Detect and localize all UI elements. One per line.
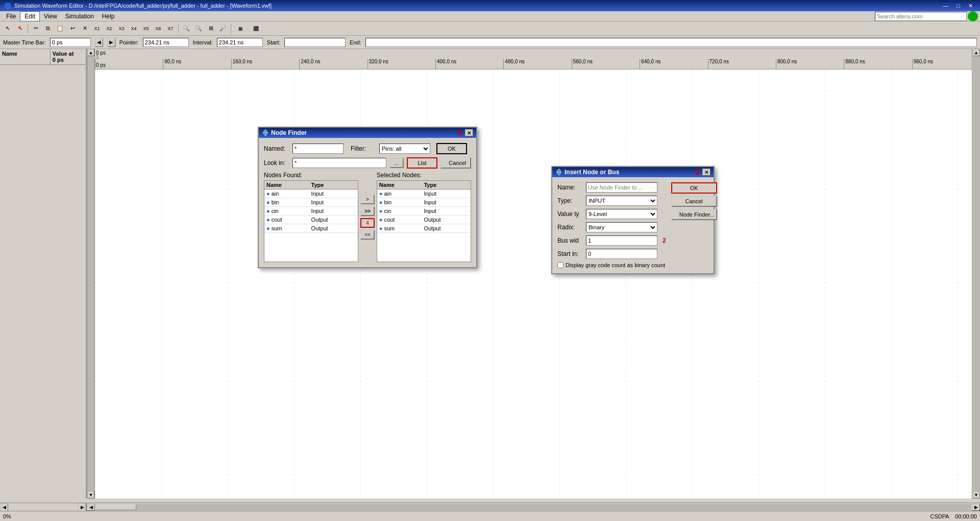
selected-cout-name: ● cout <box>379 217 424 223</box>
menu-simulation[interactable]: Simulation <box>61 12 98 21</box>
name-panel-vscroll[interactable]: ▲ ▼ <box>87 49 95 499</box>
found-row-sum[interactable]: ● sum Output <box>264 224 358 233</box>
menu-file[interactable]: File <box>2 12 20 21</box>
insert-buswid-row: Bus wid 2 <box>557 235 666 246</box>
tool-select[interactable]: ↖ <box>2 23 13 34</box>
found-row-ain[interactable]: ● ain Input <box>264 190 358 198</box>
insert-ok-btn[interactable]: OK <box>671 182 717 194</box>
hscroll-thumb[interactable] <box>95 504 136 510</box>
sel-node-icon-cout: ● <box>379 217 383 223</box>
found-row-cout[interactable]: ● cout Output <box>264 216 358 224</box>
wave-vscroll-track <box>973 56 980 491</box>
time-bar: Master Time Bar: ◀ ▶ Pointer: Interval: … <box>0 36 980 49</box>
named-input[interactable] <box>292 144 344 154</box>
filter-label: Filter: <box>351 145 376 152</box>
end-input[interactable] <box>365 38 977 47</box>
ruler-mark-640: 640,0 ns <box>640 59 707 69</box>
wave-vscroll-down[interactable]: ▼ <box>973 491 980 499</box>
tool-undo[interactable]: ↩ <box>67 23 78 34</box>
tool-x3[interactable]: X3 <box>116 23 127 34</box>
tool-x2[interactable]: X2 <box>104 23 115 34</box>
node-finder-dialog[interactable]: Node Finder 5 ✕ Named: Filter: Pins: all… <box>258 127 477 268</box>
insert-cancel-btn[interactable]: Cancel <box>671 196 717 207</box>
tool-x7[interactable]: X7 <box>165 23 176 34</box>
vscroll-down[interactable]: ▼ <box>87 491 94 499</box>
filter-select[interactable]: Pins: all <box>379 144 430 154</box>
tool-waveform[interactable]: ▦ <box>233 23 248 34</box>
insert-node-finder-btn[interactable]: Node Finder... <box>671 209 717 220</box>
selected-row-cin[interactable]: ● cin Input <box>377 207 471 216</box>
tool-extra[interactable]: ⬛ <box>249 23 263 34</box>
tool-pointer[interactable]: ↖ <box>14 23 26 34</box>
interval-input[interactable] <box>217 38 263 47</box>
wave-vscroll[interactable]: ▲ ▼ <box>972 49 980 499</box>
node-icon-sum: ● <box>266 225 270 231</box>
tool-x1[interactable]: X1 <box>91 23 103 34</box>
master-time-input[interactable] <box>50 38 91 47</box>
toolbar-separator-1 <box>28 24 28 33</box>
menu-help[interactable]: Help <box>98 12 119 21</box>
insert-buswid-input[interactable] <box>586 235 657 246</box>
start-input[interactable] <box>284 38 346 47</box>
h-scrollbar[interactable]: ◀ ▶ ◀ ▶ <box>0 503 980 511</box>
close-window-btn[interactable]: ✕ <box>965 3 976 9</box>
hscroll-main-right[interactable]: ▶ <box>972 504 980 511</box>
tool-x4[interactable]: X4 <box>128 23 139 34</box>
menu-view[interactable]: View <box>40 12 61 21</box>
wave-vscroll-up[interactable]: ▲ <box>973 49 980 56</box>
found-row-bin[interactable]: ● bin Input <box>264 198 358 207</box>
tool-node-finder[interactable]: 🔎 <box>217 23 229 34</box>
transfer-single-btn[interactable]: > <box>360 195 375 204</box>
tool-grid[interactable]: ⊞ <box>205 23 216 34</box>
insert-name-input[interactable] <box>586 182 657 193</box>
sel-node-icon-sum: ● <box>379 225 383 231</box>
lookin-input[interactable] <box>292 158 386 168</box>
found-sum-name: ● sum <box>266 225 311 231</box>
minimize-btn[interactable]: — <box>940 3 951 9</box>
found-cout-type: Output <box>311 217 356 223</box>
selected-ain-name: ● ain <box>379 191 424 197</box>
menu-edit[interactable]: Edit <box>20 11 40 21</box>
found-row-cin[interactable]: ● cin Input <box>264 207 358 216</box>
selected-name-col-header: Name <box>379 182 424 188</box>
tool-zoom-out[interactable]: 🔍 <box>193 23 204 34</box>
list-btn[interactable]: List <box>407 157 437 169</box>
tool-paste[interactable]: 📋 <box>55 23 66 34</box>
node-finder-close-btn[interactable]: ✕ <box>465 129 473 136</box>
transfer-all-btn[interactable]: >> <box>360 206 375 216</box>
tool-cut[interactable]: ✂ <box>30 23 41 34</box>
tool-x6[interactable]: X6 <box>153 23 164 34</box>
insert-radix-select[interactable]: Binary Hex Octal <box>586 222 657 232</box>
insert-graycode-checkbox[interactable] <box>557 262 564 268</box>
selected-row-cout[interactable]: ● cout Output <box>377 216 471 224</box>
ok-btn-top[interactable]: OK <box>436 143 467 154</box>
node-finder-title-left: Node Finder <box>262 129 307 136</box>
cancel-btn-node[interactable]: Cancel <box>440 157 471 169</box>
found-bin-name: ● bin <box>266 199 311 205</box>
tool-delete[interactable]: ✕ <box>79 23 90 34</box>
tool-x5[interactable]: X5 <box>140 23 152 34</box>
hscroll-right-small-btn[interactable]: ▶ <box>78 503 86 511</box>
browse-btn[interactable]: ... <box>389 158 404 168</box>
tool-copy[interactable]: ⧉ <box>42 23 54 34</box>
vscroll-up[interactable]: ▲ <box>87 49 94 56</box>
insert-valuetype-select[interactable]: 9-Level 2-Level <box>586 209 657 219</box>
insert-node-dialog[interactable]: Insert Node or Bus 6 ✕ Name: Type: INPUT <box>551 166 715 274</box>
selected-row-sum[interactable]: ● sum Output <box>377 224 471 233</box>
search-altera[interactable] <box>875 12 967 21</box>
insert-node-close-btn[interactable]: ✕ <box>702 169 710 176</box>
remove-selected-btn[interactable]: 4 <box>360 218 375 228</box>
time-fwd-btn[interactable]: ▶ <box>107 38 115 47</box>
tool-zoom-in[interactable]: 🔍 <box>181 23 192 34</box>
remove-all-btn[interactable]: << <box>360 230 375 240</box>
pointer-input[interactable] <box>143 38 189 47</box>
insert-startin-input[interactable] <box>586 249 657 259</box>
sel-node-icon-cin: ● <box>379 208 383 214</box>
selected-row-bin[interactable]: ● bin Input <box>377 198 471 207</box>
selected-row-ain[interactable]: ● ain Input <box>377 190 471 198</box>
maximize-btn[interactable]: □ <box>953 3 963 9</box>
hscroll-left-btn[interactable]: ◀ <box>0 503 8 511</box>
time-back-btn[interactable]: ◀ <box>95 38 103 47</box>
insert-type-select[interactable]: INPUT OUTPUT BIDIR <box>586 196 657 206</box>
hscroll-main-left[interactable]: ◀ <box>87 504 95 511</box>
